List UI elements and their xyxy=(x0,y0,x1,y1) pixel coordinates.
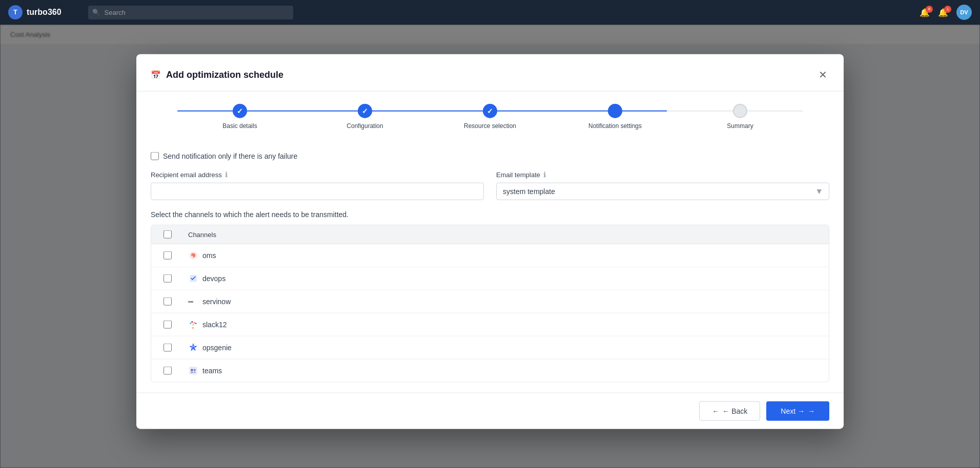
notification-failure-checkbox[interactable] xyxy=(151,152,159,160)
channel-row-slack12: slack12 xyxy=(151,313,829,336)
oms-checkbox[interactable] xyxy=(164,251,172,260)
email-template-group: Email template ℹ system template custom … xyxy=(496,171,829,200)
recipient-email-group: Recipient email address ℹ xyxy=(151,171,484,200)
modal-close-button[interactable]: ✕ xyxy=(816,67,829,83)
slack12-checkbox[interactable] xyxy=(164,321,172,329)
step-notification-settings: Notification settings xyxy=(553,104,678,130)
svg-rect-8 xyxy=(191,372,193,373)
oms-channel-name: oms xyxy=(188,250,821,261)
step-basic-details: ✓ Basic details xyxy=(177,104,302,130)
email-template-select[interactable]: system template custom template xyxy=(496,183,829,200)
step-label-4: Notification settings xyxy=(588,122,642,130)
email-template-select-wrapper: system template custom template ▼ xyxy=(496,183,829,200)
channels-table: Channels xyxy=(151,225,829,382)
channel-row-teams: teams xyxy=(151,359,829,382)
email-template-info-icon[interactable]: ℹ xyxy=(543,171,546,179)
step-label-2: Configuration xyxy=(346,122,383,130)
top-navigation: T turbo360 🔍 🔔 8 🔔 1 DV xyxy=(0,0,980,25)
notification-checkbox-container: Send notification only if there is any f… xyxy=(151,152,829,160)
servinow-label: servinow xyxy=(202,297,231,306)
svg-text:now: now xyxy=(188,300,193,303)
svg-point-1 xyxy=(193,254,194,256)
devops-checkbox[interactable] xyxy=(164,274,172,283)
next-button[interactable]: Next → → xyxy=(766,401,829,421)
recipient-email-label-container: Recipient email address ℹ xyxy=(151,171,484,179)
servinow-checkbox[interactable] xyxy=(164,297,172,306)
channel-row-devops: devops xyxy=(151,267,829,290)
svg-rect-4 xyxy=(192,323,195,326)
slack12-channel-name: slack12 xyxy=(188,320,821,330)
search-input[interactable] xyxy=(88,6,293,19)
back-arrow-icon: ← xyxy=(712,407,719,415)
recipient-email-input[interactable] xyxy=(151,183,484,200)
back-label: ← Back xyxy=(722,407,747,415)
step-circle-2: ✓ xyxy=(358,104,372,118)
next-arrow-icon: → xyxy=(808,407,815,415)
step-circle-1: ✓ xyxy=(233,104,247,118)
devops-label: devops xyxy=(202,274,226,283)
channel-row-servinow: now servinow xyxy=(151,290,829,313)
email-template-label: Email template xyxy=(496,171,540,178)
search-icon: 🔍 xyxy=(92,9,100,16)
teams-channel-name: teams xyxy=(188,366,821,376)
step-circle-5 xyxy=(733,104,747,118)
svg-rect-9 xyxy=(194,372,196,373)
channel-row-opsgenie: opsgenie xyxy=(151,336,829,359)
channels-select-all-checkbox[interactable] xyxy=(164,230,172,239)
notification-badge: 8 xyxy=(926,6,933,13)
channels-select-all-cell xyxy=(159,230,176,239)
teams-label: teams xyxy=(202,367,222,375)
teams-checkbox[interactable] xyxy=(164,367,172,375)
opsgenie-checkbox-cell xyxy=(159,344,176,352)
back-button[interactable]: ← ← Back xyxy=(699,401,760,421)
teams-checkbox-cell xyxy=(159,367,176,375)
oms-label: oms xyxy=(202,251,216,260)
search-container: 🔍 xyxy=(88,6,293,19)
step-summary: Summary xyxy=(678,104,803,130)
nav-icons: 🔔 8 🔔 1 DV xyxy=(920,5,972,20)
svg-rect-6 xyxy=(191,369,193,371)
app-name: turbo360 xyxy=(27,8,62,17)
user-avatar[interactable]: DV xyxy=(956,5,972,20)
svg-rect-5 xyxy=(190,367,197,374)
devops-icon xyxy=(188,273,198,284)
opsgenie-icon xyxy=(188,343,198,353)
step-configuration: ✓ Configuration xyxy=(302,104,427,130)
stepper: ✓ Basic details ✓ Configuration ✓ Resour… xyxy=(136,92,844,142)
opsgenie-channel-name: opsgenie xyxy=(188,343,821,353)
opsgenie-checkbox[interactable] xyxy=(164,344,172,352)
channel-row-oms: oms xyxy=(151,244,829,267)
channels-scroll-area[interactable]: oms xyxy=(151,244,829,382)
notification-failure-label: Send notification only if there is any f… xyxy=(163,152,297,160)
modal-title-text: Add optimization schedule xyxy=(166,69,283,80)
calendar-icon: 📅 xyxy=(151,70,161,79)
logo-icon: T xyxy=(8,5,23,19)
channels-prompt: Select the channels to which the alert n… xyxy=(151,210,829,219)
email-template-label-container: Email template ℹ xyxy=(496,171,829,179)
step-resource-selection: ✓ Resource selection xyxy=(427,104,553,130)
opsgenie-label: opsgenie xyxy=(202,344,232,352)
notifications-button[interactable]: 🔔 8 xyxy=(920,8,930,17)
servinow-channel-name: now servinow xyxy=(188,296,821,307)
slack12-label: slack12 xyxy=(202,321,227,329)
recipient-email-label: Recipient email address xyxy=(151,171,222,178)
recipient-email-info-icon[interactable]: ℹ xyxy=(225,171,228,179)
modal-title-container: 📅 Add optimization schedule xyxy=(151,69,283,80)
oms-checkbox-cell xyxy=(159,251,176,260)
app-logo: T turbo360 xyxy=(8,5,62,19)
alerts-button[interactable]: 🔔 1 xyxy=(938,8,948,17)
slack12-checkbox-cell xyxy=(159,321,176,329)
step-label-3: Resource selection xyxy=(464,122,516,130)
channels-header-label: Channels xyxy=(188,230,216,238)
step-label-1: Basic details xyxy=(222,122,257,130)
devops-channel-name: devops xyxy=(188,273,821,284)
modal-overlay: 📅 Add optimization schedule ✕ ✓ Basic de… xyxy=(0,0,980,468)
svg-rect-7 xyxy=(194,369,196,371)
step-circle-4 xyxy=(608,104,622,118)
step-label-5: Summary xyxy=(727,122,753,130)
next-label: Next → xyxy=(781,407,805,415)
teams-icon xyxy=(188,366,198,376)
slack-icon xyxy=(188,320,198,330)
servinow-checkbox-cell xyxy=(159,297,176,306)
modal-body: Send notification only if there is any f… xyxy=(136,142,844,393)
